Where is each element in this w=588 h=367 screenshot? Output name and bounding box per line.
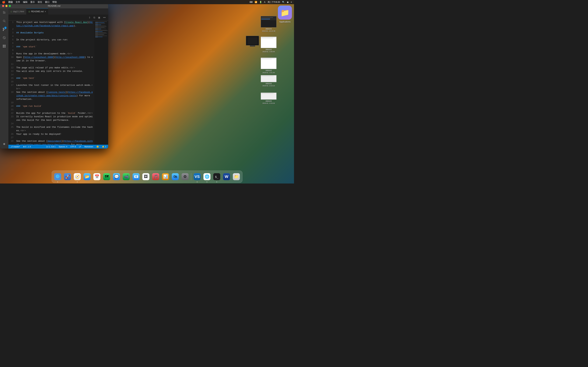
dock-photos[interactable]: 🖼	[141, 172, 150, 181]
code-line-12: 12 The page will reload if you make edit…	[9, 66, 94, 70]
menu-go[interactable]: 前往	[38, 0, 42, 4]
apple-menu[interactable]: 🍎	[2, 0, 5, 4]
extensions-icon[interactable]	[1, 43, 7, 49]
source-control-icon[interactable]: 1	[1, 26, 7, 32]
dock-calendar[interactable]: 📅	[92, 172, 102, 181]
git-branch-icon: ⎇	[10, 146, 13, 148]
dock-finder2[interactable]: 📁	[232, 172, 241, 181]
control-center-icon[interactable]: ≡	[291, 1, 292, 3]
code-line-11: 11	[9, 63, 94, 66]
code-line-21: 21	[9, 108, 94, 111]
screenshot-5[interactable]: 屏幕快照2019-02...8.19.26	[261, 93, 277, 104]
screenshot-3[interactable]: 屏幕快照2019-02...5.51.50	[261, 58, 277, 74]
error-count: 0	[25, 146, 26, 148]
more-actions-icon[interactable]: •••	[102, 15, 106, 20]
errors-status[interactable]: ⊗ 0 ⚠ 0	[22, 145, 32, 149]
dock-terminal-dot	[216, 182, 217, 182]
tab-close-readme[interactable]: ×	[45, 10, 46, 13]
tab-readme[interactable]: ◎ README.md ×	[26, 8, 48, 15]
source-control-badge: 1	[4, 26, 7, 29]
status-bar-right: Ln 1, Col 1 Spaces: 4 UTF-8 LF Markdown	[45, 145, 107, 149]
screenshot-2[interactable]: 屏幕快照2019-02...5.50.05	[261, 37, 277, 53]
dock-safari[interactable]: 🧭	[73, 172, 82, 181]
dock-facetime[interactable]: 📹	[122, 172, 131, 181]
dock-mail[interactable]: 📧	[132, 172, 141, 181]
svg-line-5	[5, 22, 5, 22]
dock-finder[interactable]: 🌐	[53, 172, 62, 181]
screenshot-4[interactable]: 屏幕快照2019-02...8.19.10	[261, 75, 277, 87]
menubar-right: ⌨ 📶 🔋 A 周二下午8:20 🔍 ◉ ≡	[250, 1, 292, 4]
line-ending[interactable]: LF	[78, 145, 82, 149]
notification-icon: 🔔	[102, 146, 104, 148]
dock-music[interactable]: 🎵	[151, 172, 160, 181]
svg-rect-0	[3, 11, 4, 12]
split-editor-down-icon[interactable]: ⇓	[88, 15, 91, 20]
dock-separator	[191, 173, 191, 180]
close-button[interactable]	[2, 5, 4, 7]
menu-window[interactable]: 窗口	[45, 0, 50, 4]
code-line-26: 26 Your app is ready to be deployed!	[9, 133, 94, 136]
editor-area: ◇ day2-1.html ◎ README.md × ⇓ ⧉ ▣ •••	[9, 8, 108, 149]
explorer-icon[interactable]	[1, 10, 7, 15]
no-debug-icon[interactable]	[1, 35, 7, 41]
notifications[interactable]: 🔔 3	[101, 145, 107, 149]
tab-bar: ◇ day2-1.html ◎ README.md ×	[9, 8, 108, 15]
cursor-position[interactable]: Ln 1, Col 1	[45, 145, 56, 149]
dock-maps[interactable]: 🗺	[102, 172, 111, 181]
split-editor-right-icon[interactable]: ▣	[97, 15, 101, 20]
applications-desktop-icon[interactable]: 📁 Applications	[278, 6, 292, 23]
screenshot-3-label: 屏幕快照2019-02...5.51.50	[261, 70, 277, 74]
emoji-status[interactable]: 😊	[96, 145, 100, 149]
code-line-9: 9 Runs the app in the development mode.<…	[9, 52, 94, 56]
dock-vscode[interactable]: VS	[193, 172, 202, 181]
clock: 周二下午8:20	[268, 1, 280, 4]
open-preview-icon[interactable]: ⧉	[93, 15, 96, 20]
editor-content[interactable]: 1 This project was bootstrapped with [Cr…	[9, 21, 94, 145]
monitor-thumbnail[interactable]	[246, 36, 259, 47]
editor-with-minimap: 1 This project was bootstrapped with [Cr…	[9, 21, 108, 145]
settings-icon[interactable]	[1, 142, 7, 147]
screenshot-1[interactable]: 屏幕快照2019-02...10.22.39	[261, 16, 277, 32]
dock-systemprefs[interactable]: ⚙	[181, 172, 190, 181]
maximize-button[interactable]	[9, 5, 11, 7]
menu-help[interactable]: 帮助	[52, 0, 57, 4]
screenshot-4-label: 屏幕快照2019-02...8.19.10	[261, 83, 277, 87]
code-line-27: 27	[9, 136, 94, 140]
encoding[interactable]: UTF-8	[70, 145, 77, 149]
indentation[interactable]: Spaces: 4	[58, 145, 68, 149]
dock-word[interactable]: W	[222, 172, 231, 181]
line-ending-label: LF	[79, 146, 81, 148]
dock-terminal[interactable]: $_	[212, 172, 221, 181]
tab-icon-readme: ◎	[28, 10, 30, 13]
menu-view[interactable]: 显示	[30, 0, 35, 4]
siri-icon[interactable]: ◉	[287, 1, 289, 3]
menu-finder[interactable]: 访达	[8, 0, 13, 4]
window-title: README.md	[48, 5, 60, 7]
dock-finder-dot	[57, 182, 58, 182]
minimize-button[interactable]	[5, 5, 8, 7]
git-branch-status[interactable]: ⎇ master*	[10, 145, 21, 149]
tab-label-day2: day2-1.html	[13, 10, 24, 13]
dock-maps2[interactable]: 📊	[161, 172, 170, 181]
dock-appstore[interactable]: 🛍	[171, 172, 180, 181]
code-line-17: 17 Launches the test runner in the inter…	[9, 83, 94, 91]
svg-rect-1	[3, 12, 5, 12]
status-bar-left: ⎇ master* ⊗ 0 ⚠ 0	[10, 145, 32, 149]
indentation-label: Spaces: 4	[59, 146, 67, 148]
language-mode[interactable]: Markdown	[84, 145, 94, 149]
search-menubar-icon[interactable]: 🔍	[282, 1, 285, 3]
menu-edit[interactable]: 编辑	[23, 0, 27, 4]
network-icon: ⌨	[250, 1, 252, 3]
menu-file[interactable]: 文件	[16, 0, 20, 4]
code-line-7: 7 ### `npm start`	[9, 45, 94, 49]
code-line-18b: information.	[9, 98, 94, 101]
dock-messages[interactable]: 💬	[112, 172, 121, 181]
dock-launchpad[interactable]: 🚀	[63, 172, 72, 181]
dock-chrome[interactable]: 🌐	[202, 172, 212, 181]
tab-day2[interactable]: ◇ day2-1.html	[9, 8, 26, 15]
svg-point-6	[3, 28, 4, 29]
applications-icon-img: 📁	[278, 6, 292, 20]
dock-files[interactable]: 📂	[83, 172, 92, 181]
search-icon[interactable]	[1, 18, 7, 24]
code-line-14: 14	[9, 73, 94, 76]
